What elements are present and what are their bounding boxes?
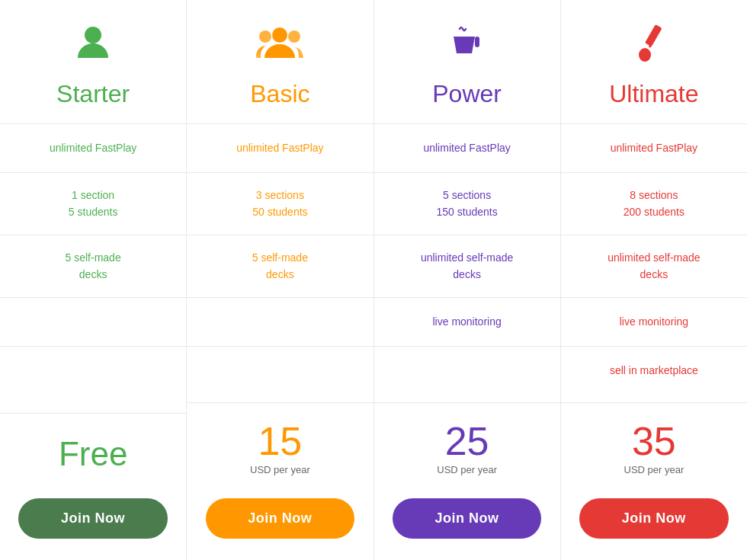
plan-title-basic: Basic	[250, 80, 309, 108]
plan-header-ultimate: Ultimate	[561, 0, 747, 123]
group-icon	[256, 23, 303, 71]
pricing-table: Starterunlimited FastPlay1 section5 stud…	[0, 0, 747, 560]
price-amount-ultimate: 35	[632, 421, 676, 461]
feature-row-ultimate-0: unlimited FastPlay	[561, 123, 747, 172]
join-button-starter[interactable]: Join Now	[18, 498, 167, 539]
feature-row-basic-4	[187, 346, 373, 395]
plan-header-power: Power	[374, 0, 560, 123]
plan-col-starter: Starterunlimited FastPlay1 section5 stud…	[0, 0, 187, 560]
feature-row-power-3: live monitoring	[374, 297, 560, 346]
price-amount-power: 25	[445, 421, 489, 461]
plan-price-ultimate: 35USD per year	[561, 402, 747, 489]
price-label-basic: USD per year	[250, 464, 310, 475]
svg-point-0	[85, 27, 101, 43]
join-button-ultimate[interactable]: Join Now	[579, 498, 728, 539]
plan-features-power: unlimited FastPlay5 sections150 students…	[374, 123, 560, 402]
feature-row-ultimate-2: unlimited self-madedecks	[561, 235, 747, 297]
plan-col-power: Powerunlimited FastPlay5 sections150 stu…	[374, 0, 561, 560]
svg-point-2	[259, 30, 271, 43]
plan-col-ultimate: Ultimateunlimited FastPlay8 sections200 …	[561, 0, 747, 560]
plan-features-starter: unlimited FastPlay1 section5 students5 s…	[0, 123, 186, 413]
svg-rect-4	[475, 37, 479, 47]
feature-row-ultimate-1: 8 sections200 students	[561, 172, 747, 235]
feature-row-basic-0: unlimited FastPlay	[187, 123, 373, 172]
feature-row-starter-2: 5 self-madedecks	[0, 235, 186, 297]
plan-features-basic: unlimited FastPlay3 sections50 students5…	[187, 123, 373, 402]
feature-row-power-2: unlimited self-madedecks	[374, 235, 560, 297]
price-amount-basic: 15	[258, 421, 302, 461]
plan-title-power: Power	[432, 80, 502, 108]
join-button-power[interactable]: Join Now	[393, 498, 541, 539]
feature-row-starter-0: unlimited FastPlay	[0, 123, 186, 172]
svg-point-1	[272, 27, 287, 43]
feature-row-power-0: unlimited FastPlay	[374, 123, 560, 172]
svg-point-6	[639, 48, 651, 62]
plan-features-ultimate: unlimited FastPlay8 sections200 students…	[561, 123, 747, 402]
feature-row-basic-1: 3 sections50 students	[187, 172, 373, 235]
free-label-starter: Free	[59, 435, 127, 473]
feature-row-ultimate-4: sell in marketplace	[561, 346, 747, 395]
svg-rect-5	[645, 24, 662, 46]
person-icon	[73, 23, 113, 71]
plan-col-basic: Basicunlimited FastPlay3 sections50 stud…	[187, 0, 374, 560]
plan-title-ultimate: Ultimate	[609, 80, 698, 108]
plan-price-starter: Free	[0, 413, 186, 489]
feature-row-ultimate-3: live monitoring	[561, 297, 747, 346]
coffee-icon	[447, 23, 487, 71]
feature-row-basic-2: 5 self-madedecks	[187, 235, 373, 297]
svg-point-3	[288, 30, 300, 43]
price-label-ultimate: USD per year	[624, 464, 684, 475]
feature-row-power-1: 5 sections150 students	[374, 172, 560, 235]
feature-row-starter-4	[0, 346, 186, 395]
plan-title-starter: Starter	[56, 80, 130, 108]
feature-row-power-4	[374, 346, 560, 395]
join-button-basic[interactable]: Join Now	[206, 498, 354, 539]
plan-header-starter: Starter	[0, 0, 186, 123]
brush-icon	[634, 23, 674, 71]
plan-header-basic: Basic	[187, 0, 373, 123]
feature-row-basic-3	[187, 297, 373, 346]
feature-row-starter-1: 1 section5 students	[0, 172, 186, 235]
feature-row-starter-3	[0, 297, 186, 346]
plan-price-basic: 15USD per year	[187, 402, 373, 489]
price-label-power: USD per year	[437, 464, 497, 475]
plan-price-power: 25USD per year	[374, 402, 560, 489]
